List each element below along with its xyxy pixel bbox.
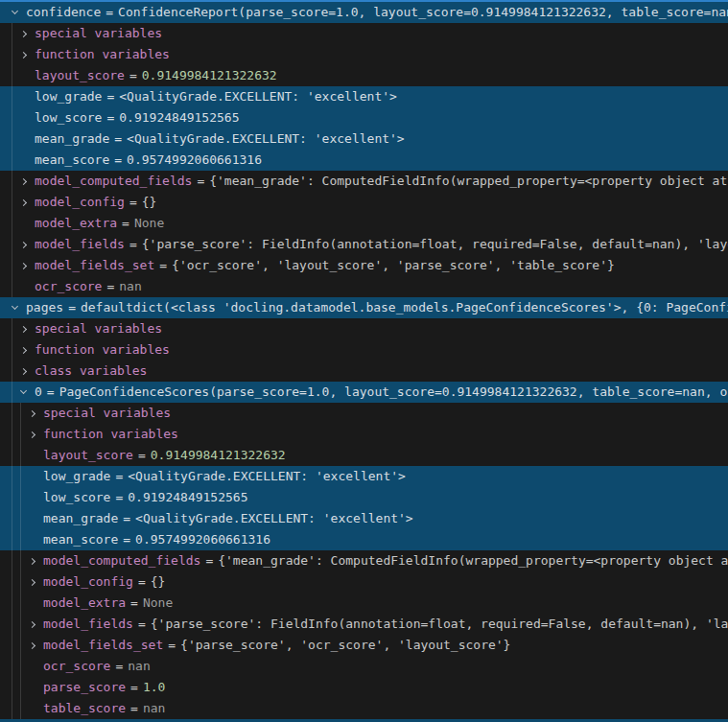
indent-guide xyxy=(20,403,21,424)
chevron-right-icon[interactable] xyxy=(27,424,43,445)
variable-value: 0.91924849152565 xyxy=(119,107,239,128)
chevron-right-icon[interactable] xyxy=(27,614,43,635)
variable-row[interactable]: model_config = {} xyxy=(0,571,728,593)
variable-value: 1.0 xyxy=(143,677,165,698)
twisty-spacer xyxy=(27,466,43,487)
variable-row[interactable]: 0 = PageConfidenceScores(parse_score=1.0… xyxy=(0,382,728,403)
chevron-right-icon[interactable] xyxy=(18,234,35,255)
indent-guide xyxy=(20,677,21,698)
variable-row[interactable]: function variables xyxy=(0,424,728,445)
variable-row[interactable]: model_computed_fields = {'mean_grade': C… xyxy=(0,550,728,571)
variable-name: function variables xyxy=(35,339,170,361)
variable-name: confidence xyxy=(26,2,101,23)
variable-value: None xyxy=(143,593,173,614)
variable-row[interactable]: low_grade = <QualityGrade.EXCELLENT: 'ex… xyxy=(0,466,728,487)
indent-guide xyxy=(20,529,21,550)
variable-row[interactable]: low_score = 0.91924849152565 xyxy=(0,487,728,508)
equals-sign: = xyxy=(168,635,176,656)
indent-guide xyxy=(12,614,12,635)
variable-name: parse_score xyxy=(43,677,126,698)
variable-row[interactable]: low_score = 0.91924849152565 xyxy=(0,107,728,128)
indent-guide xyxy=(12,23,12,44)
equals-sign: = xyxy=(114,128,122,150)
variable-value: PageConfidenceScores(parse_score=1.0, la… xyxy=(59,382,728,403)
variable-row[interactable]: model_fields_set = {'parse_score', 'ocr_… xyxy=(0,635,728,656)
variable-row[interactable]: special variables xyxy=(0,318,728,339)
indent-guide xyxy=(12,656,12,677)
variable-row[interactable]: mean_grade = <QualityGrade.EXCELLENT: 'e… xyxy=(0,508,728,529)
variable-row[interactable]: mean_score = 0.9574992060661316 xyxy=(0,150,728,171)
variable-row[interactable]: confidence = ConfidenceReport(parse_scor… xyxy=(0,2,728,23)
variable-row[interactable]: mean_grade = <QualityGrade.EXCELLENT: 'e… xyxy=(0,128,728,150)
variable-value: {} xyxy=(142,192,157,213)
variable-row[interactable]: function variables xyxy=(0,44,728,65)
variable-name: model_fields_set xyxy=(43,635,163,656)
variable-row[interactable]: class variables xyxy=(0,361,728,382)
equals-sign: = xyxy=(123,529,130,550)
variable-row[interactable]: ocr_score = nan xyxy=(0,656,728,677)
chevron-right-icon[interactable] xyxy=(18,44,35,65)
indent-guide xyxy=(12,529,12,550)
chevron-down-icon[interactable] xyxy=(10,2,26,23)
variable-row[interactable]: layout_score = 0.9149984121322632 xyxy=(0,445,728,466)
variable-row[interactable]: layout_score = 0.9149984121322632 xyxy=(0,65,728,86)
indent-guide xyxy=(12,213,12,234)
chevron-down-icon[interactable] xyxy=(18,382,35,403)
twisty-spacer xyxy=(27,445,43,466)
variable-row[interactable]: parse_score = 1.0 xyxy=(0,677,728,698)
chevron-right-icon[interactable] xyxy=(18,361,35,382)
chevron-right-icon[interactable] xyxy=(18,171,35,192)
variable-value: {'mean_grade': ComputedFieldInfo(wrapped… xyxy=(209,171,728,192)
variable-row[interactable]: low_grade = <QualityGrade.EXCELLENT: 'ex… xyxy=(0,86,728,107)
twisty-spacer xyxy=(27,487,43,508)
chevron-right-icon[interactable] xyxy=(27,571,43,593)
variable-row[interactable]: model_extra = None xyxy=(0,213,728,234)
indent-guide xyxy=(12,593,12,614)
variable-name: model_fields xyxy=(43,614,133,635)
variable-row[interactable]: table_score = nan xyxy=(0,698,728,719)
variable-row[interactable]: model_fields = {'parse_score': FieldInfo… xyxy=(0,614,728,635)
chevron-right-icon[interactable] xyxy=(18,192,35,213)
chevron-right-icon[interactable] xyxy=(27,550,43,571)
variable-row[interactable]: model_extra = None xyxy=(0,593,728,614)
variable-value: 0.91924849152565 xyxy=(128,487,247,508)
chevron-right-icon[interactable] xyxy=(18,23,35,44)
variable-name: low_score xyxy=(35,107,102,128)
chevron-right-icon[interactable] xyxy=(27,403,43,424)
variable-row[interactable]: mean_score = 0.9574992060661316 xyxy=(0,529,728,550)
variable-name: model_config xyxy=(43,571,133,593)
variable-value: {'parse_score', 'ocr_score', 'layout_sco… xyxy=(180,635,510,656)
equals-sign: = xyxy=(122,213,129,234)
variable-name: special variables xyxy=(35,23,162,44)
chevron-right-icon[interactable] xyxy=(18,255,35,276)
indent-guide xyxy=(12,466,12,487)
variable-row[interactable]: model_fields_set = {'ocr_score', 'layout… xyxy=(0,255,728,276)
variable-value: <QualityGrade.EXCELLENT: 'excellent'> xyxy=(127,128,405,150)
variable-name: mean_grade xyxy=(35,128,109,150)
equals-sign: = xyxy=(123,508,130,529)
indent-guide xyxy=(20,635,21,656)
variable-value: 0.9574992060661316 xyxy=(135,529,270,550)
indent-guide xyxy=(12,255,12,276)
variable-name: model_fields xyxy=(35,234,125,255)
variable-row[interactable]: model_fields = {'parse_score': FieldInfo… xyxy=(0,234,728,255)
variable-row[interactable]: pages = defaultdict(<class 'docling.data… xyxy=(0,297,728,318)
variable-row[interactable]: special variables xyxy=(0,23,728,44)
variable-name: mean_score xyxy=(43,529,118,550)
variable-name: function variables xyxy=(43,424,178,445)
variable-row[interactable]: model_computed_fields = {'mean_grade': C… xyxy=(0,171,728,192)
debug-variables-panel: confidence = ConfidenceReport(parse_scor… xyxy=(0,0,728,722)
variable-row[interactable]: model_config = {} xyxy=(0,192,728,213)
chevron-right-icon[interactable] xyxy=(18,339,35,361)
chevron-right-icon[interactable] xyxy=(18,318,35,339)
twisty-spacer xyxy=(27,698,43,719)
variable-row[interactable]: ocr_score = nan xyxy=(0,276,728,297)
chevron-right-icon[interactable] xyxy=(27,635,43,656)
variable-name: mean_score xyxy=(35,150,109,171)
variable-value: nan xyxy=(128,656,150,677)
indent-guide xyxy=(12,550,12,571)
chevron-down-icon[interactable] xyxy=(10,297,26,318)
variable-row[interactable]: function variables xyxy=(0,339,728,361)
variable-row[interactable]: special variables xyxy=(0,403,728,424)
twisty-spacer xyxy=(18,128,35,150)
